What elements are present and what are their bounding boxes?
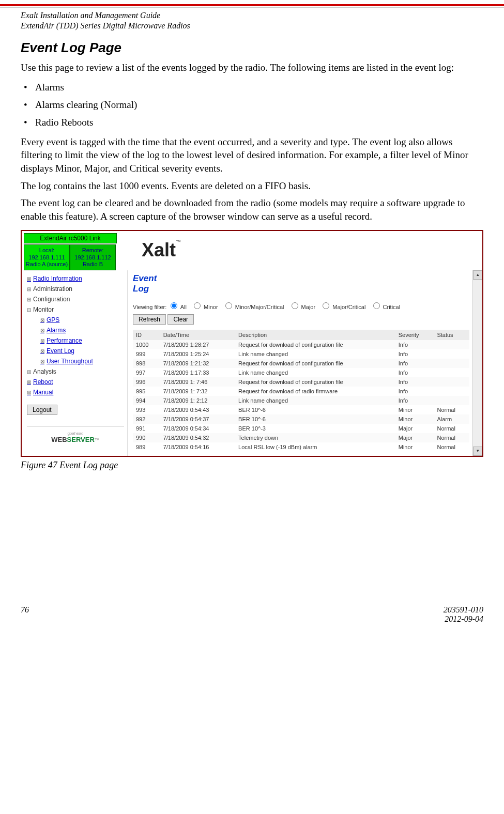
nav-performance[interactable]: Performance xyxy=(40,335,124,346)
cell-id: 990 xyxy=(133,433,160,442)
page-footer: 76 203591-010 2012-09-04 xyxy=(21,605,483,629)
cell-sev: Minor xyxy=(395,414,434,424)
filter-radio-major[interactable] xyxy=(292,302,298,309)
cell-id: 998 xyxy=(133,359,160,368)
scrollbar[interactable]: ▴ ▾ xyxy=(472,270,482,456)
page-number: 76 xyxy=(21,605,29,624)
table-row: 9927/18/2009 0:54:37BER 10^-6MinorAlarm xyxy=(133,414,469,424)
local-radio-tab[interactable]: Local: 192.168.1.111 Radio A (source) xyxy=(24,244,70,270)
filter-row: Viewing filter: All Minor Minor/Major/Cr… xyxy=(133,301,469,310)
table-row: 9937/18/2009 0:54:43BER 10^-6MinorNormal xyxy=(133,405,469,414)
cell-sev: Major xyxy=(395,433,434,442)
cell-sev: Major xyxy=(395,424,434,433)
col-description: Description xyxy=(235,330,395,340)
cell-id: 997 xyxy=(133,368,160,377)
table-row: 9977/18/2009 1:17:33Link name changedInf… xyxy=(133,368,469,377)
paragraph: The log contains the last 1000 events. E… xyxy=(21,179,483,193)
table-row: 9897/18/2009 0:54:16Local RSL low (-19 d… xyxy=(133,442,469,452)
doc-number: 203591-010 xyxy=(444,605,483,614)
col-severity: Severity xyxy=(395,330,434,340)
table-row: 9997/18/2009 1:25:24Link name changedInf… xyxy=(133,349,469,359)
filter-label: Viewing filter: xyxy=(133,304,166,310)
bullet-list: Alarms Alarms clearing (Normal) Radio Re… xyxy=(21,79,483,131)
cell-id: 996 xyxy=(133,377,160,387)
cell-desc: Request for download of configuration fi… xyxy=(235,340,395,349)
cell-desc: Link name changed xyxy=(235,349,395,359)
cell-dt: 7/18/2009 0:54:43 xyxy=(160,405,235,414)
filter-critical[interactable]: Critical xyxy=(371,304,401,310)
filter-radio-mmc[interactable] xyxy=(225,302,232,309)
nav-alarms[interactable]: Alarms xyxy=(40,325,124,335)
cell-status: Normal xyxy=(434,424,469,433)
filter-all[interactable]: All xyxy=(168,304,187,310)
table-row: 9947/18/2009 1: 2:12Link name changedInf… xyxy=(133,396,469,405)
cell-sev: Info xyxy=(395,368,434,377)
cell-dt: 7/18/2009 0:54:32 xyxy=(160,433,235,442)
cell-sev: Minor xyxy=(395,405,434,414)
webserver-badge: goahead WEBSERVER™ xyxy=(27,426,124,443)
cell-sev: Info xyxy=(395,349,434,359)
cell-dt: 7/18/2009 1:17:33 xyxy=(160,368,235,377)
scroll-down-icon[interactable]: ▾ xyxy=(473,447,482,456)
cell-status xyxy=(434,368,469,377)
cell-dt: 7/18/2009 1:28:27 xyxy=(160,340,235,349)
cell-status: Normal xyxy=(434,442,469,452)
scroll-up-icon[interactable]: ▴ xyxy=(473,270,482,280)
doc-date: 2012-09-04 xyxy=(445,615,483,623)
content-title: Event Log xyxy=(133,273,469,295)
nav-analysis[interactable]: Analysis xyxy=(27,366,124,377)
filter-radio-minor[interactable] xyxy=(194,302,201,309)
cell-desc: Request for download of radio firmware xyxy=(235,387,395,396)
filter-minor[interactable]: Minor xyxy=(191,304,218,310)
cell-desc: BER 10^-6 xyxy=(235,405,395,414)
cell-dt: 7/18/2009 1: 2:12 xyxy=(160,396,235,405)
nav-manual[interactable]: Manual xyxy=(27,387,124,397)
brand-logo: Xalt™ xyxy=(128,239,482,261)
nav-user-throughput[interactable]: User Throughput xyxy=(40,356,124,366)
header-line1: Exalt Installation and Management Guide xyxy=(21,11,160,20)
nav-monitor[interactable]: Monitor xyxy=(27,304,124,315)
filter-minor-major-critical[interactable]: Minor/Major/Critical xyxy=(223,304,284,310)
logout-button[interactable]: Logout xyxy=(27,405,57,415)
cell-sev: Minor xyxy=(395,442,434,452)
table-row: 9957/18/2009 1: 7:32Request for download… xyxy=(133,387,469,396)
doc-header: Exalt Installation and Management Guide … xyxy=(21,11,483,30)
filter-radio-critical[interactable] xyxy=(373,302,380,309)
event-log-table: ID Date/Time Description Severity Status… xyxy=(133,330,469,452)
nav-gps[interactable]: GPS xyxy=(40,315,124,325)
cell-desc: Request for download of configuration fi… xyxy=(235,377,395,387)
cell-desc: BER 10^-3 xyxy=(235,424,395,433)
bullet-item: Alarms xyxy=(21,79,483,96)
filter-major[interactable]: Major xyxy=(289,304,316,310)
table-row: 10007/18/2009 1:28:27Request for downloa… xyxy=(133,340,469,349)
col-datetime: Date/Time xyxy=(160,330,235,340)
filter-radio-all[interactable] xyxy=(171,302,177,309)
cell-status: Alarm xyxy=(434,414,469,424)
nav-administration[interactable]: Administration xyxy=(27,284,124,294)
nav-reboot[interactable]: Reboot xyxy=(27,377,124,387)
nav-radio-information[interactable]: Radio Information xyxy=(27,273,124,284)
cell-status xyxy=(434,349,469,359)
col-status: Status xyxy=(434,330,469,340)
cell-sev: Info xyxy=(395,387,434,396)
filter-major-critical[interactable]: Major/Critical xyxy=(320,304,365,310)
nav-configuration[interactable]: Configuration xyxy=(27,294,124,304)
cell-dt: 7/18/2009 1: 7:32 xyxy=(160,387,235,396)
remote-radio-tab[interactable]: Remote: 192.168.1.112 Radio B xyxy=(70,244,116,270)
filter-radio-mc[interactable] xyxy=(323,302,329,309)
table-row: 9907/18/2009 0:54:32Telemetry downMajorN… xyxy=(133,433,469,442)
cell-status xyxy=(434,387,469,396)
nav-event-log[interactable]: Event Log xyxy=(40,346,124,356)
table-row: 9987/18/2009 1:21:32Request for download… xyxy=(133,359,469,368)
cell-desc: Telemetry down xyxy=(235,433,395,442)
table-row: 9917/18/2009 0:54:34BER 10^-3MajorNormal xyxy=(133,424,469,433)
cell-dt: 7/18/2009 0:54:37 xyxy=(160,414,235,424)
refresh-button[interactable]: Refresh xyxy=(133,314,166,325)
cell-dt: 7/18/2009 1: 7:46 xyxy=(160,377,235,387)
link-name-banner: ExtendAir rc5000 Link xyxy=(24,233,117,243)
cell-desc: Link name changed xyxy=(235,396,395,405)
clear-button[interactable]: Clear xyxy=(167,314,194,325)
cell-status: Normal xyxy=(434,405,469,414)
cell-status: Normal xyxy=(434,433,469,442)
cell-sev: Info xyxy=(395,359,434,368)
